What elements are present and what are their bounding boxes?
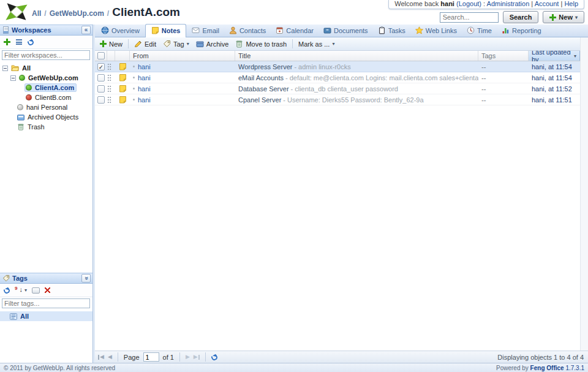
- bullet-icon: [133, 88, 135, 89]
- next-page-button[interactable]: ▶: [186, 354, 190, 360]
- tab-contacts[interactable]: Contacts: [225, 25, 270, 37]
- previous-page-button[interactable]: ◀: [108, 354, 112, 360]
- filter-tags-input[interactable]: [2, 298, 90, 308]
- tree-item-hani-personal[interactable]: hani Personal: [0, 102, 92, 112]
- collapse-node-icon[interactable]: [10, 75, 16, 81]
- tab-overview[interactable]: Overview: [97, 25, 144, 37]
- column-header-title[interactable]: Title: [235, 51, 478, 61]
- add-workspace-icon[interactable]: [4, 39, 10, 45]
- select-all-checkbox[interactable]: [97, 52, 105, 59]
- drag-handle[interactable]: [107, 85, 111, 92]
- edit-button[interactable]: Edit: [131, 39, 159, 49]
- main-content: Overview Notes Email Contacts Calendar: [95, 25, 588, 363]
- administration-link[interactable]: Administration: [487, 0, 530, 7]
- tab-calendar[interactable]: Calendar: [271, 25, 318, 37]
- refresh-icon[interactable]: [26, 38, 34, 46]
- search-button[interactable]: Search: [503, 11, 539, 23]
- tab-web-links[interactable]: Web Links: [411, 25, 461, 37]
- sidebar: Workspaces « All: [0, 25, 93, 363]
- table-row[interactable]: hani Cpanel Server-Username: Dierks55 Pa…: [95, 94, 580, 105]
- tree-item-getwebup[interactable]: GetWebUp.com: [0, 73, 92, 83]
- tree-item-clienta[interactable]: ClientA.com: [0, 83, 92, 93]
- search-input[interactable]: [440, 12, 499, 23]
- column-header-tags[interactable]: Tags: [478, 51, 529, 61]
- toolbar-separator: [179, 352, 180, 362]
- list-options-icon[interactable]: [15, 39, 23, 45]
- sort-tags-control[interactable]: ▾: [15, 287, 27, 294]
- archive-button[interactable]: Archive: [193, 39, 232, 49]
- note-description: Username: Dierks55 Password: Bently_62-9…: [287, 96, 424, 104]
- account-link[interactable]: Account: [535, 0, 559, 7]
- filter-workspaces-input[interactable]: [2, 50, 90, 60]
- delete-tag-icon[interactable]: [45, 287, 50, 293]
- note-title-link[interactable]: Wordpress Server: [238, 63, 292, 70]
- tab-email[interactable]: Email: [187, 25, 224, 37]
- feng-office-link[interactable]: Feng Office: [530, 365, 564, 371]
- chevron-down-icon: ▾: [575, 15, 578, 20]
- help-link[interactable]: Help: [564, 0, 578, 7]
- table-row[interactable]: hani Wordpress Server-admin linux-r0cks …: [95, 61, 580, 72]
- page-number-input[interactable]: [143, 352, 159, 362]
- toolbar-separator: [292, 39, 293, 48]
- vertical-scrollbar[interactable]: [580, 37, 588, 351]
- tab-reporting[interactable]: Reporting: [497, 25, 546, 37]
- column-header-last-updated[interactable]: Last updated by ▾: [529, 51, 580, 61]
- green-dot-icon: [26, 85, 32, 91]
- bullet-icon: [133, 66, 135, 67]
- tab-tasks[interactable]: Tasks: [374, 25, 410, 37]
- row-author-link[interactable]: hani: [138, 96, 151, 104]
- note-title-link[interactable]: Database Server: [238, 85, 289, 93]
- row-checkbox[interactable]: [97, 74, 105, 82]
- workspaces-panel-header: Workspaces «: [0, 25, 92, 36]
- collapse-tags-button[interactable]: »: [81, 274, 91, 283]
- tags-panel-title: Tags: [12, 275, 28, 282]
- folder-icon: [11, 64, 19, 72]
- note-description: admin linux-r0cks: [298, 63, 351, 70]
- refresh-grid-icon[interactable]: [210, 353, 218, 361]
- row-checkbox[interactable]: [97, 63, 105, 70]
- first-page-button[interactable]: ◀: [98, 354, 104, 360]
- row-checkbox[interactable]: [97, 96, 105, 104]
- row-checkbox[interactable]: [97, 85, 105, 93]
- tab-bar: Overview Notes Email Contacts Calendar: [95, 25, 588, 37]
- tree-item-all[interactable]: All: [0, 63, 92, 73]
- mark-as-button[interactable]: Mark as ... ▾: [295, 39, 337, 49]
- move-to-trash-button[interactable]: Move to trash: [232, 39, 290, 49]
- tree-item-trash[interactable]: Trash: [0, 122, 92, 132]
- table-row[interactable]: hani Database Server-clienta_db clienta_…: [95, 83, 580, 94]
- row-author-link[interactable]: hani: [138, 85, 151, 93]
- row-author-link[interactable]: hani: [138, 63, 151, 70]
- collapse-panel-button[interactable]: «: [81, 26, 91, 34]
- new-button[interactable]: New ▾: [543, 11, 584, 23]
- breadcrumb-parent[interactable]: GetWebUp.com: [50, 9, 104, 18]
- actions-toolbar: New Edit Tag ▾ Archive Mo: [95, 37, 588, 51]
- table-row[interactable]: hani eMail Accounts-default: me@clienta.…: [95, 72, 580, 83]
- drag-handle[interactable]: [107, 96, 111, 103]
- sort-tags-icon: [15, 287, 23, 294]
- tree-item-archived-objects[interactable]: Archived Objects: [0, 112, 92, 122]
- tag-item-all[interactable]: All: [0, 311, 92, 321]
- rename-tag-icon[interactable]: [32, 287, 40, 294]
- tag-button[interactable]: Tag ▾: [160, 39, 192, 49]
- chevron-down-icon: ▾: [187, 41, 189, 47]
- tab-time[interactable]: Time: [462, 25, 496, 37]
- drag-handle[interactable]: [107, 63, 111, 70]
- workspaces-toolbar: [0, 36, 92, 49]
- tab-notes[interactable]: Notes: [145, 24, 187, 37]
- refresh-tags-icon[interactable]: [2, 286, 10, 294]
- collapse-node-icon[interactable]: [2, 66, 8, 71]
- note-title-link[interactable]: eMail Accounts: [238, 74, 284, 82]
- row-tags: --: [478, 74, 529, 82]
- tree-item-clientb[interactable]: ClientB.com: [0, 93, 92, 102]
- note-title-link[interactable]: Cpanel Server: [238, 96, 281, 104]
- last-page-button[interactable]: ▶: [194, 354, 200, 360]
- search-row: Search New ▾: [440, 11, 584, 23]
- column-header-from[interactable]: From: [130, 51, 235, 61]
- breadcrumb-root[interactable]: All: [32, 9, 41, 18]
- logout-link[interactable]: (Logout): [456, 0, 481, 7]
- new-note-button[interactable]: New: [97, 39, 126, 49]
- row-author-link[interactable]: hani: [138, 74, 151, 82]
- select-all-header: [95, 51, 107, 61]
- drag-handle[interactable]: [107, 74, 111, 81]
- tab-documents[interactable]: Documents: [319, 25, 372, 37]
